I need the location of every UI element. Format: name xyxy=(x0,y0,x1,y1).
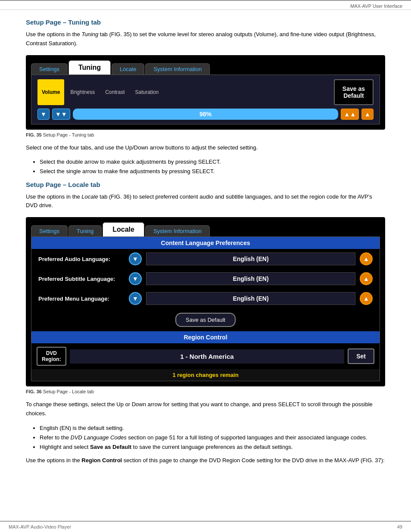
menu-down-arrow[interactable]: ▼ xyxy=(129,292,142,305)
save-default-center: Save as Default xyxy=(31,308,380,331)
locale-tab-system-info[interactable]: System Information xyxy=(145,225,210,236)
content-lang-header: Content Language Preferences xyxy=(31,237,380,249)
up-arrow-button[interactable]: ▲ xyxy=(361,109,374,120)
double-up-arrow-button[interactable]: ▲▲ xyxy=(341,109,359,120)
locale-change-text: To change these settings, select the Up … xyxy=(26,400,385,418)
fig35-text: Setup Page - Tuning tab xyxy=(43,132,94,137)
closing-pre: Use the options in the xyxy=(26,457,81,464)
locale-bullet-1: English (EN) is the default setting. xyxy=(40,423,385,433)
menu-up-arrow[interactable]: ▲ xyxy=(360,292,373,305)
region-row: DVDRegion: 1 - North America Set xyxy=(31,343,380,369)
locale-bullet-3-rest: to save the current language preferences… xyxy=(131,444,293,450)
page-header: MAX-AVP User Interface xyxy=(0,3,411,10)
tuning-tab-content: Volume Brightness Contrast Saturation Sa… xyxy=(31,75,380,124)
tuning-select-text: Select one of the four tabs, and use the… xyxy=(26,143,385,152)
tab-settings[interactable]: Settings xyxy=(31,63,68,75)
locale-ui: Settings Tuning Locale System Informatio… xyxy=(27,218,384,386)
footer-left: MAX-AVP Audio-Video Player xyxy=(9,524,71,529)
locale-body: Use the options in the Locale tab (FIG. … xyxy=(26,193,385,211)
tuning-bullet-2: Select the double arrow to make quick ad… xyxy=(40,157,385,167)
locale-bullet-3-strong: Save as Default xyxy=(90,444,131,450)
save-default-button-locale[interactable]: Save as Default xyxy=(175,313,236,327)
locale-em: Locale xyxy=(81,193,98,200)
footer: MAX-AVP Audio-Video Player 49 xyxy=(0,521,411,532)
locale-figure: Settings Tuning Locale System Informatio… xyxy=(26,217,385,386)
header-title: MAX-AVP User Interface xyxy=(350,3,402,9)
fig36-caption: FIG. 36 Setup Page - Locale tab xyxy=(26,389,385,394)
save-default-button-tuning[interactable]: Save asDefault xyxy=(334,79,374,105)
tuning-figure: Settings Tuning Locale System Informatio… xyxy=(26,55,385,130)
sub-tab-volume[interactable]: Volume xyxy=(37,79,64,105)
locale-body-pre: Use the options in the xyxy=(26,193,81,200)
tuning-bullet-3: Select the single arrow to make fine adj… xyxy=(40,167,385,176)
locale-bullet-3-pre: Highlight and select xyxy=(40,444,90,450)
tuning-body: Use the options in the Tuning tab (FIG. … xyxy=(26,30,385,48)
audio-lang-label: Preferred Audio Language: xyxy=(38,256,125,262)
dvd-region-label: DVDRegion: xyxy=(37,347,66,366)
locale-tab-settings[interactable]: Settings xyxy=(31,225,68,236)
subtitle-lang-label: Preferred Subtitle Language: xyxy=(38,276,125,282)
tuning-tabs-row: Settings Tuning Locale System Informatio… xyxy=(31,60,380,75)
fig36-label: FIG. 36 xyxy=(26,389,42,394)
set-button[interactable]: Set xyxy=(348,348,374,364)
tuning-heading: Setup Page – Tuning tab xyxy=(26,19,385,26)
sub-tabs: Volume Brightness Contrast Saturation Sa… xyxy=(37,79,374,105)
subtitle-down-arrow[interactable]: ▼ xyxy=(129,272,142,285)
tab-system-info[interactable]: System Information xyxy=(145,63,210,75)
sub-tab-contrast[interactable]: Contrast xyxy=(101,79,129,105)
locale-bullet-2-rest: section on page 51 for a full listing of… xyxy=(127,434,367,441)
sub-tab-brightness[interactable]: Brightness xyxy=(66,79,99,105)
top-rule xyxy=(0,0,411,1)
tuning-em: Tuning xyxy=(81,31,98,37)
locale-bullets: English (EN) is the default setting. Ref… xyxy=(40,423,385,452)
locale-bullet-2: Refer to the DVD Language Codes section … xyxy=(40,433,385,442)
tuning-body-pre: Use the options in the xyxy=(26,31,81,37)
sub-tab-saturation[interactable]: Saturation xyxy=(131,79,163,105)
closing-text: Use the options in the Region Control se… xyxy=(26,456,385,465)
subtitle-lang-value: English (EN) xyxy=(146,272,355,285)
closing-strong: Region Control xyxy=(81,457,122,464)
menu-lang-value: English (EN) xyxy=(146,292,355,305)
fig35-caption: FIG. 35 Setup Page - Tuning tab xyxy=(26,132,385,137)
tab-locale[interactable]: Locale xyxy=(112,63,144,75)
fig36-text: Setup Page - Locale tab xyxy=(43,389,94,394)
locale-tabs-row: Settings Tuning Locale System Informatio… xyxy=(31,222,380,236)
footer-right: 49 xyxy=(397,524,402,529)
region-remain: 1 region changes remain xyxy=(31,369,380,381)
locale-heading: Setup Page – Locale tab xyxy=(26,181,385,188)
subtitle-up-arrow[interactable]: ▲ xyxy=(360,272,373,285)
double-down-arrow-button[interactable]: ▼▼ xyxy=(52,109,70,120)
fig35-label: FIG. 35 xyxy=(26,132,42,137)
audio-down-arrow[interactable]: ▼ xyxy=(129,252,142,265)
locale-tab-tuning[interactable]: Tuning xyxy=(68,225,102,236)
closing-rest: section of this page to change the DVD R… xyxy=(122,457,384,464)
menu-lang-label: Preferred Menu Language: xyxy=(38,296,125,302)
tuning-controls: ▼ ▼▼ 98% ▲▲ ▲ xyxy=(37,109,374,120)
locale-bullet-2-pre: Refer to the xyxy=(40,434,71,441)
audio-up-arrow[interactable]: ▲ xyxy=(360,252,373,265)
audio-lang-row: Preferred Audio Language: ▼ English (EN)… xyxy=(31,249,380,269)
progress-value: 98% xyxy=(199,111,212,118)
progress-bar: 98% xyxy=(73,109,339,120)
region-control-header: Region Control xyxy=(31,331,380,343)
down-arrow-button[interactable]: ▼ xyxy=(37,109,50,120)
locale-tab-content: Content Language Preferences Preferred A… xyxy=(31,236,380,381)
tuning-bullets: Select the double arrow to make quick ad… xyxy=(40,157,385,176)
locale-bullet-2-em: DVD Language Codes xyxy=(71,434,127,441)
audio-lang-value: English (EN) xyxy=(146,252,355,265)
tuning-ui: Settings Tuning Locale System Informatio… xyxy=(27,56,384,129)
menu-lang-row: Preferred Menu Language: ▼ English (EN) … xyxy=(31,289,380,308)
subtitle-lang-row: Preferred Subtitle Language: ▼ English (… xyxy=(31,269,380,289)
locale-bullet-3: Highlight and select Save as Default to … xyxy=(40,442,385,452)
locale-tab-locale[interactable]: Locale xyxy=(103,222,144,236)
region-value: 1 - North America xyxy=(70,349,345,364)
main-content: Setup Page – Tuning tab Use the options … xyxy=(0,10,411,488)
tab-tuning[interactable]: Tuning xyxy=(68,60,111,75)
